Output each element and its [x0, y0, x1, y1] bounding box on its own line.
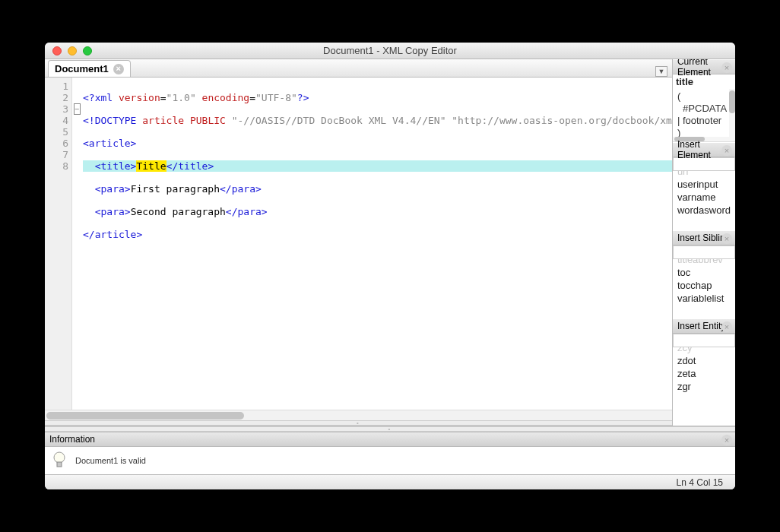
panel-vertical-scrollbar[interactable]: [729, 89, 735, 141]
tab-label: Document1: [55, 63, 109, 74]
app-window: Document1 - XML Copy Editor Document1 × …: [45, 43, 735, 489]
insert-element-list[interactable]: uri userinput varname wordasword: [673, 171, 735, 230]
close-panel-icon[interactable]: ×: [721, 321, 732, 332]
tab-overflow-icon[interactable]: ▼: [655, 66, 667, 77]
main-area: Document1 × ▼ 1 2 3 4 5 6 7 8: [45, 59, 735, 426]
horizontal-splitter[interactable]: •: [45, 426, 735, 432]
titlebar[interactable]: Document1 - XML Copy Editor: [45, 43, 735, 59]
tab-bar: Document1 × ▼: [45, 59, 672, 78]
current-element-panel-title: Current Element ×: [673, 59, 735, 74]
vertical-splitter[interactable]: •: [45, 420, 672, 426]
insert-element-panel-title: Insert Element ×: [673, 142, 735, 157]
insert-sibling-list[interactable]: titleabbrev toc tocchap variablelist: [673, 259, 735, 318]
list-item[interactable]: tocchap: [673, 279, 735, 292]
window-body: Document1 × ▼ 1 2 3 4 5 6 7 8: [45, 59, 735, 489]
information-panel-title: Information ×: [45, 432, 735, 447]
close-panel-icon[interactable]: ×: [721, 62, 732, 73]
document-tab[interactable]: Document1 ×: [48, 60, 131, 77]
list-item[interactable]: zcy: [673, 347, 735, 354]
insert-entity-list[interactable]: zcy zdot zeta zgr: [673, 347, 735, 426]
line-number-gutter: 1 2 3 4 5 6 7 8: [45, 78, 72, 410]
list-item[interactable]: uri: [673, 171, 735, 178]
information-message: Document1 is valid: [75, 456, 146, 465]
window-title: Document1 - XML Copy Editor: [45, 45, 735, 56]
code-editor[interactable]: 1 2 3 4 5 6 7 8 − <?xml version="1: [45, 78, 672, 410]
fold-toggle-icon[interactable]: −: [72, 103, 81, 115]
svg-point-0: [54, 452, 65, 463]
close-panel-icon[interactable]: ×: [721, 435, 732, 445]
close-panel-icon[interactable]: ×: [721, 233, 732, 244]
list-item[interactable]: userinput: [673, 178, 735, 191]
editor-horizontal-scrollbar[interactable]: [45, 410, 672, 420]
close-tab-icon[interactable]: ×: [113, 64, 124, 74]
list-item[interactable]: zeta: [673, 367, 735, 380]
lightbulb-icon: [52, 451, 66, 470]
fold-column: −: [72, 78, 81, 410]
code-area[interactable]: <?xml version="1.0" encoding="UTF-8"?> <…: [81, 78, 672, 410]
list-item[interactable]: wordasword: [673, 204, 735, 217]
list-item[interactable]: zdot: [673, 354, 735, 367]
insert-sibling-search-input[interactable]: [673, 245, 735, 259]
list-item[interactable]: variablelist: [673, 292, 735, 305]
list-item[interactable]: toc: [673, 266, 735, 279]
status-bar: Ln 4 Col 15: [45, 474, 735, 489]
side-panels: Current Element × title ( #PCDATA | foot…: [673, 59, 735, 426]
close-panel-icon[interactable]: ×: [721, 145, 732, 156]
content-model-box[interactable]: ( #PCDATA | footnoter)*: [673, 89, 735, 142]
editor-pane: Document1 × ▼ 1 2 3 4 5 6 7 8: [45, 59, 673, 426]
insert-sibling-panel-title: Insert Sibling ×: [673, 230, 735, 245]
information-panel-body: Document1 is valid: [45, 447, 735, 474]
list-item[interactable]: zgr: [673, 380, 735, 393]
insert-entity-panel-title: Insert Entity ×: [673, 318, 735, 334]
insert-entity-search-input[interactable]: [673, 334, 735, 347]
scrollbar-thumb[interactable]: [46, 412, 244, 420]
cursor-position: Ln 4 Col 15: [677, 477, 723, 488]
svg-rect-1: [57, 462, 62, 467]
list-item[interactable]: varname: [673, 191, 735, 204]
list-item[interactable]: titleabbrev: [673, 259, 735, 266]
